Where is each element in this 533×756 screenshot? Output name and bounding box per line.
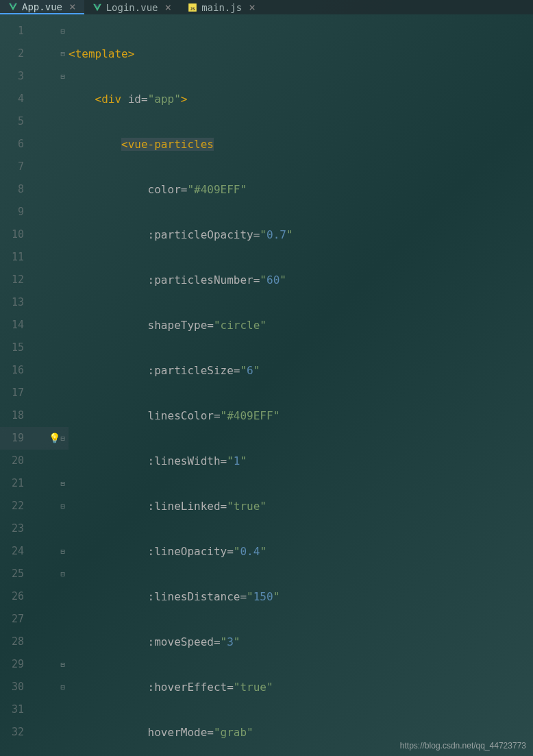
watermark: https://blog.csdn.net/qq_44723773 [400,741,526,751]
line-number: 26 [0,585,31,608]
fold-close-icon[interactable]: ⊟ [60,653,65,676]
vue-icon [92,3,102,12]
close-icon[interactable]: × [69,0,76,13]
line-number: 9 [0,201,31,223]
line-number: 28 [0,631,31,653]
line-number: 30 [0,676,31,698]
line-number: 23 [0,517,31,540]
line-number: 12 [0,269,31,291]
code-line[interactable]: <vue-particles [69,133,533,156]
fold-icon[interactable]: ⊟ [60,427,65,450]
line-number: 2 [0,42,31,65]
code-line[interactable]: color="#409EFF" [69,178,533,201]
line-number: 10 [0,223,31,246]
line-number: 15 [0,337,31,359]
code-line[interactable]: :moveSpeed="3" [69,631,533,653]
fold-close-icon[interactable]: ⊟ [60,495,65,517]
tab-label: Login.vue [106,2,158,13]
code-line[interactable]: :particlesNumber="60" [69,269,533,291]
code-line[interactable]: :lineLinked="true" [69,495,533,517]
fold-close-icon[interactable]: ⊟ [60,676,65,698]
tab-bar: App.vue × Login.vue × JS main.js × [0,0,533,14]
line-number: 14 [0,314,31,337]
fold-icon[interactable]: ⊟ [60,20,65,42]
code-line[interactable]: :linesWidth="1" [69,450,533,472]
line-number: 22 [0,495,31,517]
fold-column: ⊟ ⊟ ⊟ 💡⊟ ⊟ ⊟ ⊟ ⊟ [31,14,69,756]
fold-close-icon[interactable]: ⊟ [60,472,65,495]
line-number: 27 [0,608,31,631]
code-line[interactable]: :particleOpacity="0.7" [69,223,533,246]
tab-label: App.vue [22,1,62,12]
editor-window: App.vue × Login.vue × JS main.js × 1 2 3… [0,0,533,756]
line-number: 31 [0,698,31,721]
line-number: 16 [0,359,31,382]
line-number: 6 [0,133,31,156]
line-number: 17 [0,382,31,404]
close-icon[interactable]: × [165,1,172,14]
line-number: 11 [0,246,31,269]
code-line[interactable]: :particleSize="6" [69,359,533,382]
code-line[interactable]: shapeType="circle" [69,314,533,337]
line-number: 18 [0,404,31,427]
fold-icon[interactable]: ⊟ [60,540,65,563]
line-number: 5 [0,110,31,133]
tab-main-js[interactable]: JS main.js × [179,0,264,14]
line-number: 20 [0,450,31,472]
code-line[interactable]: linesColor="#409EFF" [69,404,533,427]
line-number: 1 [0,20,31,42]
code-line[interactable]: <template> [69,42,533,65]
fold-icon[interactable]: ⊟ [60,65,65,88]
line-number: 19 [0,427,31,450]
code-content[interactable]: <template> <div id="app"> <vue-particles… [69,14,533,756]
line-number: 7 [0,156,31,178]
line-number: 29 [0,653,31,676]
line-number: 21 [0,472,31,495]
lightbulb-icon[interactable]: 💡 [49,427,60,450]
fold-icon[interactable]: ⊟ [60,563,65,585]
line-number: 25 [0,563,31,585]
code-line[interactable]: :lineOpacity="0.4" [69,540,533,563]
tab-label: main.js [201,2,242,13]
fold-icon[interactable]: ⊟ [60,42,65,65]
code-area[interactable]: 1 2 3 4 5 6 7 8 9 10 11 12 13 14 15 16 1… [0,14,533,756]
close-icon[interactable]: × [249,1,256,14]
tab-app-vue[interactable]: App.vue × [0,0,84,14]
line-number: 24 [0,540,31,563]
svg-text:JS: JS [190,6,196,10]
js-icon: JS [188,3,197,12]
line-number: 32 [0,721,31,744]
code-line[interactable]: :hoverEffect="true" [69,676,533,698]
tab-login-vue[interactable]: Login.vue × [84,0,180,14]
line-number: 4 [0,88,31,110]
line-number-gutter: 1 2 3 4 5 6 7 8 9 10 11 12 13 14 15 16 1… [0,14,31,756]
line-number: 13 [0,291,31,314]
code-line[interactable]: <div id="app"> [69,88,533,110]
line-number: 8 [0,178,31,201]
line-number: 3 [0,65,31,88]
vue-icon [8,2,18,12]
code-line[interactable]: :linesDistance="150" [69,585,533,608]
